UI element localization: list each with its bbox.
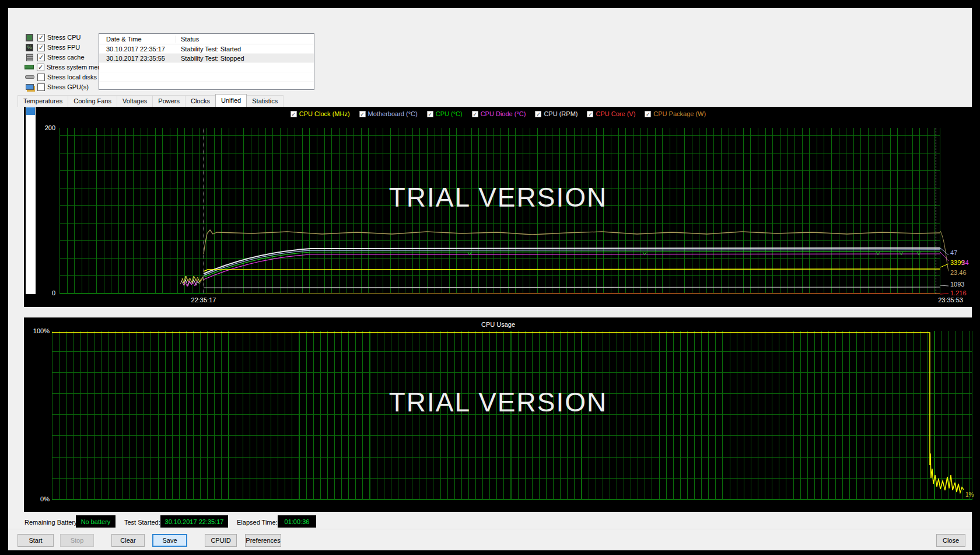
value-package: 23.46 — [950, 269, 967, 276]
value-core: 1.216 — [950, 289, 967, 296]
tab-voltages[interactable]: Voltages — [117, 95, 153, 107]
preferences-button[interactable]: Preferences — [245, 534, 281, 547]
event-status: Stability Test: Stopped — [176, 55, 314, 62]
stress-disks-checkbox[interactable] — [37, 74, 45, 81]
stress-cache-checkbox[interactable]: ✓ — [37, 54, 45, 61]
battery-value: No battery — [76, 515, 116, 528]
start-button[interactable]: Start — [18, 534, 54, 547]
x-axis-start: 22:35:17 — [180, 296, 227, 303]
cpu-usage-title: CPU Usage — [24, 321, 972, 328]
gpu-icon — [24, 83, 34, 91]
stress-fpu-checkbox[interactable]: ✓ — [37, 44, 45, 51]
footer-divider — [8, 529, 972, 529]
legend-cpu-diode-checkbox[interactable]: ✓ — [472, 111, 478, 117]
stress-cpu-label: Stress CPU — [47, 34, 80, 41]
stress-fpu-label: Stress FPU — [47, 44, 80, 51]
cpu-usage-final-value: 1% — [965, 491, 974, 498]
trial-watermark: TRIAL VERSION — [24, 386, 972, 418]
disk-icon — [24, 74, 34, 81]
close-button[interactable]: Close — [936, 534, 965, 547]
cache-icon — [24, 54, 34, 61]
status-bar: Remaining Battery: No battery Test Start… — [8, 512, 972, 533]
cpu-usage-chart: CPU Usage 100% 0% TRIAL VERSION 1% — [24, 317, 972, 512]
legend-motherboard: ✓Motherboard (°C) — [359, 110, 418, 117]
legend-cpu-core-checkbox[interactable]: ✓ — [587, 111, 593, 117]
stress-gpu-row: Stress GPU(s) — [24, 82, 100, 92]
column-header-status[interactable]: Status — [176, 36, 314, 43]
battery-label: Remaining Battery: — [24, 519, 79, 526]
stress-cache-row: ✓ Stress cache — [24, 53, 100, 62]
tab-powers[interactable]: Powers — [152, 95, 186, 107]
stress-gpu-label: Stress GPU(s) — [47, 83, 89, 90]
save-button[interactable]: Save — [152, 534, 187, 547]
legend-cpu-clock: ✓CPU Clock (MHz) — [290, 110, 350, 117]
y-axis-min: 0 — [34, 289, 55, 296]
legend-cpu-rpm: ✓CPU (RPM) — [535, 110, 578, 117]
event-datetime: 30.10.2017 22:35:17 — [99, 46, 176, 53]
value-callouts — [940, 228, 949, 304]
table-row-selected[interactable]: 30.10.2017 23:35:55 Stability Test: Stop… — [99, 54, 314, 63]
column-header-datetime[interactable]: Date & Time — [99, 36, 176, 43]
event-log-header: Date & Time Status — [99, 34, 314, 44]
stress-cache-label: Stress cache — [47, 54, 85, 61]
stress-cpu-row: ✓ Stress CPU — [24, 33, 100, 42]
tab-clocks[interactable]: Clocks — [185, 95, 216, 107]
tab-temperatures[interactable]: Temperatures — [18, 95, 68, 107]
test-started-label: Test Started: — [124, 519, 160, 526]
tab-unified[interactable]: Unified — [215, 94, 247, 107]
stress-disks-row: Stress local disks — [24, 72, 100, 82]
tab-cooling-fans[interactable]: Cooling Fans — [68, 95, 117, 107]
event-status: Stability Test: Started — [176, 46, 314, 53]
cpuid-button[interactable]: CPUID — [205, 534, 237, 547]
y-axis-0: 0% — [30, 495, 50, 502]
stress-disks-label: Stress local disks — [47, 74, 97, 81]
stress-fpu-row: % ✓ Stress FPU — [24, 43, 100, 52]
trial-watermark: TRIAL VERSION — [24, 181, 972, 213]
y-axis-100: 100% — [26, 327, 50, 334]
stop-button: Stop — [60, 534, 94, 547]
legend-cpu-core: ✓CPU Core (V) — [587, 110, 635, 117]
test-started-value: 30.10.2017 22:35:17 — [160, 515, 228, 528]
chart-tabs: Temperatures Cooling Fans Voltages Power… — [18, 94, 283, 107]
stress-option-list: ✓ Stress CPU % ✓ Stress FPU ✓ Stress cac… — [24, 33, 100, 92]
legend-cpu-temp: ✓CPU (°C) — [427, 110, 463, 117]
unified-sensor-chart: ✓CPU Clock (MHz) ✓Motherboard (°C) ✓CPU … — [24, 107, 972, 307]
value-rpm: 1093 — [950, 281, 964, 288]
legend-cpu-diode: ✓CPU Diode (°C) — [472, 110, 526, 117]
tab-statistics[interactable]: Statistics — [246, 95, 284, 107]
legend-cpu-package-checkbox[interactable]: ✓ — [645, 111, 651, 117]
stability-test-window: ✓ Stress CPU % ✓ Stress FPU ✓ Stress cac… — [8, 8, 972, 550]
fpu-icon: % — [24, 44, 34, 51]
memory-icon — [24, 64, 34, 71]
event-log-table: Date & Time Status 30.10.2017 22:35:17 S… — [99, 33, 314, 90]
stress-cpu-checkbox[interactable]: ✓ — [37, 34, 45, 41]
cpu-icon — [24, 34, 34, 41]
stress-memory-checkbox[interactable]: ✓ — [37, 64, 44, 71]
elapsed-value: 01:00:36 — [278, 515, 316, 528]
clear-button[interactable]: Clear — [111, 534, 145, 547]
legend-cpu-rpm-checkbox[interactable]: ✓ — [535, 111, 541, 117]
table-row-empty — [99, 82, 314, 91]
legend-motherboard-checkbox[interactable]: ✓ — [359, 111, 366, 117]
value-clock-diode: 339934 — [950, 259, 969, 266]
legend-cpu-temp-checkbox[interactable]: ✓ — [427, 111, 433, 117]
stress-gpu-checkbox[interactable] — [37, 83, 45, 91]
y-axis-max: 200 — [34, 124, 55, 131]
stress-memory-row: ✓ Stress system memory — [24, 62, 100, 72]
table-row-empty — [99, 63, 314, 72]
legend-cpu-clock-checkbox[interactable]: ✓ — [290, 111, 297, 117]
table-row-empty — [99, 72, 314, 82]
legend-cpu-package: ✓CPU Package (W) — [645, 110, 706, 117]
value-motherboard: 47 — [950, 249, 957, 256]
event-datetime: 30.10.2017 23:35:55 — [99, 55, 176, 62]
table-row[interactable]: 30.10.2017 22:35:17 Stability Test: Star… — [99, 44, 314, 54]
chart-legend: ✓CPU Clock (MHz) ✓Motherboard (°C) ✓CPU … — [24, 110, 972, 117]
elapsed-label: Elapsed Time: — [237, 519, 278, 526]
x-axis-end: 23:35:53 — [916, 296, 963, 303]
screen: ✓ Stress CPU % ✓ Stress FPU ✓ Stress cac… — [0, 0, 980, 555]
